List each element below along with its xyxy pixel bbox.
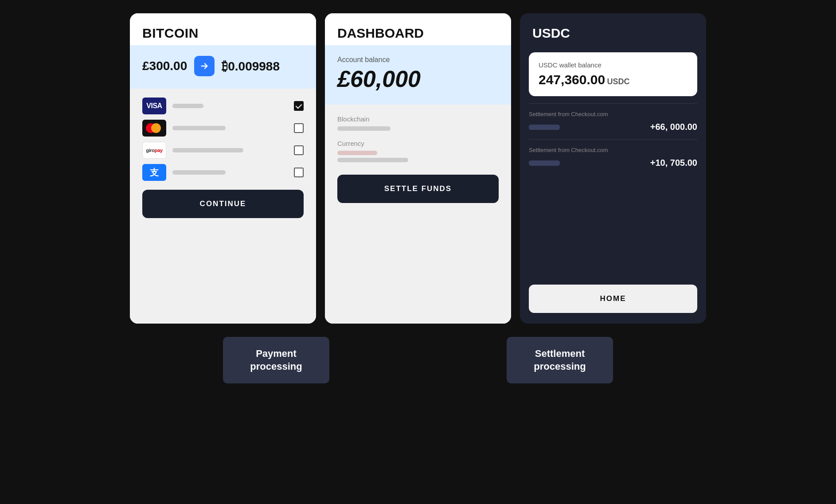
giropay-icon: giropay xyxy=(142,142,166,159)
blockchain-bars xyxy=(337,126,499,131)
giropay-label: giropay xyxy=(146,148,163,153)
list-item xyxy=(142,120,304,137)
visa-icon: VISA xyxy=(142,98,166,114)
giropay-bar-1 xyxy=(172,148,243,152)
bitcoin-conversion-section: £300.00 ₿0.009988 xyxy=(130,45,316,89)
visa-bar-1 xyxy=(172,104,203,108)
account-balance-value: £60,000 xyxy=(337,66,499,92)
currency-bar-2 xyxy=(337,158,408,162)
settlement-processing-text: Settlementprocessing xyxy=(534,348,586,372)
giropay-label-bar xyxy=(172,148,288,152)
settlement-processing-label: Settlementprocessing xyxy=(507,337,613,383)
alipay-bar-1 xyxy=(172,170,226,175)
settlement-1-bar xyxy=(529,125,560,130)
usdc-wallet-label: USDC wallet balance xyxy=(539,61,688,69)
list-item: giropay xyxy=(142,142,304,159)
visa-checkbox[interactable] xyxy=(294,101,304,111)
alipay-label-bar xyxy=(172,170,288,175)
usdc-spacer xyxy=(520,175,706,285)
dashboard-title: DASHBOARD xyxy=(337,26,499,41)
settlement-1-amount: +66, 000.00 xyxy=(650,122,697,132)
bitcoin-card: BITCOIN £300.00 ₿0.009988 VISA xyxy=(130,13,316,324)
dashboard-body: Blockchain Currency SETTLE FUNDS xyxy=(325,105,511,324)
alipay-checkbox[interactable] xyxy=(294,168,304,177)
dashboard-card: DASHBOARD Account balance £60,000 Blockc… xyxy=(325,13,511,324)
list-item: VISA xyxy=(142,98,304,114)
mc-right-circle xyxy=(151,123,161,133)
settlement-2-row: +10, 705.00 xyxy=(529,158,697,168)
bitcoin-title: BITCOIN xyxy=(142,26,304,41)
mc-bar-1 xyxy=(172,126,226,130)
bottom-labels-container: Paymentprocessing Settlementprocessing xyxy=(196,337,640,383)
home-button[interactable]: HOME xyxy=(529,285,697,313)
settlement-2-section: Settlement from Checkout.com +10, 705.00 xyxy=(520,140,706,175)
settle-funds-button[interactable]: SETTLE FUNDS xyxy=(337,175,499,203)
mastercard-checkbox[interactable] xyxy=(294,123,304,133)
usdc-wallet-box: USDC wallet balance 247,360.00 USDC xyxy=(529,52,697,96)
settlement-1-section: Settlement from Checkout.com +66, 000.00 xyxy=(520,104,706,139)
currency-label: Currency xyxy=(337,140,499,147)
balance-section: Account balance £60,000 xyxy=(325,45,511,105)
bitcoin-header: BITCOIN xyxy=(130,13,316,45)
continue-button[interactable]: CONTINUE xyxy=(142,190,304,218)
main-area: BITCOIN £300.00 ₿0.009988 VISA xyxy=(0,0,836,324)
account-balance-label: Account balance xyxy=(337,56,499,64)
usdc-header: USDC xyxy=(520,13,706,45)
btc-amount: ₿0.009988 xyxy=(222,59,280,74)
usdc-wallet-amount: 247,360.00 xyxy=(539,72,605,87)
blockchain-bar-1 xyxy=(337,126,391,131)
settlement-1-row: +66, 000.00 xyxy=(529,122,697,132)
giropay-checkbox[interactable] xyxy=(294,145,304,155)
bottom-labels-row: Paymentprocessing Settlementprocessing xyxy=(0,324,836,383)
currency-section: Currency xyxy=(337,140,499,162)
settlement-1-label: Settlement from Checkout.com xyxy=(529,111,697,117)
usdc-wallet-amount-row: 247,360.00 USDC xyxy=(539,72,688,87)
visa-label-bar xyxy=(172,104,288,108)
settlement-2-bar xyxy=(529,160,560,166)
mastercard-icon xyxy=(142,120,166,137)
dashboard-header: DASHBOARD xyxy=(325,13,511,45)
currency-bar-1 xyxy=(337,151,377,155)
arrow-right-icon xyxy=(199,61,209,71)
blockchain-label: Blockchain xyxy=(337,115,499,123)
usdc-title: USDC xyxy=(532,26,694,41)
payment-processing-label: Paymentprocessing xyxy=(223,337,329,383)
currency-bars xyxy=(337,151,499,162)
convert-arrow-button[interactable] xyxy=(194,56,215,76)
settlement-2-amount: +10, 705.00 xyxy=(650,158,697,168)
settlement-2-label: Settlement from Checkout.com xyxy=(529,147,697,153)
list-item: 支 xyxy=(142,164,304,181)
usdc-card: USDC USDC wallet balance 247,360.00 USDC… xyxy=(520,13,706,324)
blockchain-section: Blockchain xyxy=(337,115,499,131)
alipay-icon: 支 xyxy=(142,164,166,181)
gbp-amount: £300.00 xyxy=(142,59,187,73)
usdc-wallet-currency: USDC xyxy=(607,77,630,86)
alipay-symbol: 支 xyxy=(150,167,159,179)
payment-methods-section: VISA giropay xyxy=(130,89,316,324)
mc-label-bar xyxy=(172,126,288,130)
payment-processing-text: Paymentprocessing xyxy=(250,348,302,372)
